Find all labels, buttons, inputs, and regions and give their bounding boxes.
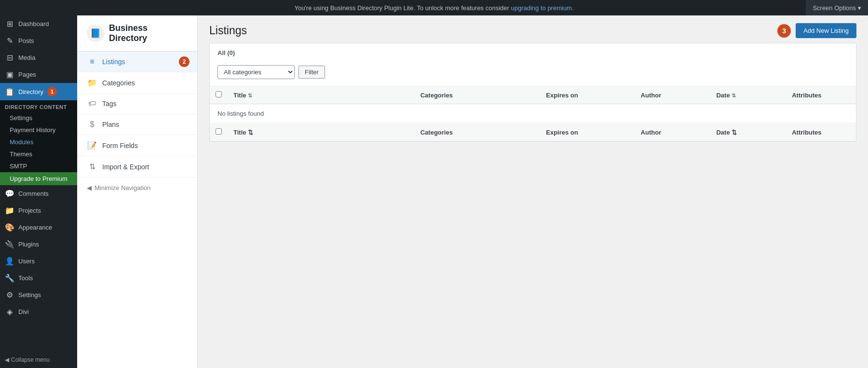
submenu-item-modules[interactable]: Modules (0, 136, 77, 148)
no-listings-row: No listings found (210, 104, 856, 123)
footer-title-cell[interactable]: Title ⇅ (228, 123, 415, 141)
expires-header-label: Expires on (546, 92, 578, 99)
sidebar-item-label: Divi (18, 308, 29, 315)
screen-options-label: Screen Options (813, 4, 856, 12)
minimize-navigation[interactable]: ◀ Minimize Navigation (77, 177, 197, 198)
secondary-nav-categories[interactable]: 📁 Categories (77, 72, 197, 94)
submenu-item-payment-history[interactable]: Payment History (0, 124, 77, 136)
collapse-icon: ◀ (5, 356, 9, 363)
directory-badge: 1 (47, 87, 57, 96)
admin-bar: You're using Business Directory Plugin L… (0, 0, 868, 15)
secondary-nav-label: Tags (102, 100, 117, 108)
sidebar-item-settings[interactable]: ⚙ Settings (0, 286, 77, 303)
filter-tabs-row: All (0) (210, 43, 856, 58)
import-export-nav-icon: ⇅ (87, 162, 97, 171)
filter-tab-all[interactable]: All (0) (217, 47, 235, 58)
sidebar-item-plugins[interactable]: 🔌 Plugins (0, 236, 77, 253)
footer-categories-cell: Categories (415, 123, 541, 141)
sidebar-item-label: Appearance (18, 224, 52, 231)
attributes-header-label: Attributes (792, 92, 821, 99)
title-sort-icon: ⇅ (248, 93, 252, 98)
title-header-label: Title (233, 92, 246, 99)
category-select[interactable]: All categories (217, 65, 295, 79)
footer-date-cell[interactable]: Date ⇅ (710, 123, 786, 141)
secondary-nav-listings[interactable]: ≡ Listings 2 (77, 52, 197, 72)
add-new-label: Add New Listing (803, 27, 849, 34)
screen-options-button[interactable]: Screen Options ▾ (806, 0, 868, 15)
listings-nav-icon: ≡ (87, 57, 97, 66)
listings-nav-badge: 2 (179, 56, 190, 67)
table-footer-row: Title ⇅ Categories Expires on Author Dat… (210, 123, 856, 141)
sidebar-item-pages[interactable]: ▣ Pages (0, 66, 77, 83)
posts-icon: ✎ (5, 36, 14, 45)
col-date-header[interactable]: Date ⇅ (710, 86, 786, 104)
sidebar-item-posts[interactable]: ✎ Posts (0, 32, 77, 49)
col-categories-header: Categories (415, 86, 541, 104)
secondary-nav-label: Listings (102, 58, 125, 66)
footer-title-label: Title (233, 129, 246, 136)
minimize-icon: ◀ (87, 184, 92, 191)
secondary-nav-import-export[interactable]: ⇅ Import & Export (77, 156, 197, 177)
sidebar-item-appearance[interactable]: 🎨 Appearance (0, 219, 77, 236)
sidebar-item-label: Posts (18, 37, 34, 44)
sidebar-item-comments[interactable]: 💬 Comments (0, 185, 77, 202)
footer-date-sort-icon: ⇅ (732, 129, 737, 136)
submenu-item-upgrade[interactable]: Upgrade to Premium (0, 172, 77, 185)
author-header-label: Author (641, 92, 662, 99)
upgrade-link[interactable]: upgrading to premium. (511, 4, 573, 12)
sidebar-item-dashboard[interactable]: ⊞ Dashboard (0, 15, 77, 32)
listings-table: Title ⇅ Categories Expires on Author (210, 86, 856, 141)
step-badge-3: 3 (777, 24, 791, 38)
collapse-menu[interactable]: ◀ Collapse menu (0, 352, 77, 368)
logo-icon: 📘 (90, 28, 101, 39)
filter-bar: All categories Filter (210, 58, 856, 86)
select-all-checkbox[interactable] (216, 91, 222, 97)
secondary-nav-label: Categories (102, 79, 135, 87)
sidebar-item-media[interactable]: ⊟ Media (0, 49, 77, 66)
submenu-item-smtp[interactable]: SMTP (0, 160, 77, 172)
plugin-logo: 📘 (87, 25, 104, 42)
main-content: Listings 3 Add New Listing All (0) All c… (198, 15, 868, 368)
filter-button[interactable]: Filter (298, 66, 325, 79)
secondary-nav-plans[interactable]: $ Plans (77, 114, 197, 135)
secondary-nav-form-fields[interactable]: 📝 Form Fields (77, 135, 197, 156)
table-header-row: Title ⇅ Categories Expires on Author (210, 86, 856, 104)
plans-nav-icon: $ (87, 120, 97, 129)
sidebar-item-tools[interactable]: 🔧 Tools (0, 270, 77, 286)
categories-nav-icon: 📁 (87, 78, 97, 87)
tags-nav-icon: 🏷 (87, 99, 97, 108)
footer-title-sort-icon: ⇅ (248, 129, 253, 136)
footer-expires-cell: Expires on (540, 123, 635, 141)
secondary-nav-tags[interactable]: 🏷 Tags (77, 94, 197, 114)
chevron-down-icon: ▾ (858, 4, 861, 12)
page-title: Listings (209, 24, 247, 37)
col-checkbox-header (210, 86, 228, 104)
collapse-label: Collapse menu (11, 356, 50, 363)
col-title-header[interactable]: Title ⇅ (228, 86, 415, 104)
sidebar-item-label: Users (18, 258, 35, 265)
submenu-item-themes[interactable]: Themes (0, 148, 77, 160)
directory-submenu: Directory Content Settings Payment Histo… (0, 100, 77, 185)
add-new-listing-button[interactable]: Add New Listing (796, 23, 856, 38)
secondary-nav-label: Form Fields (102, 142, 138, 150)
footer-attributes-cell: Attributes (786, 123, 856, 141)
sidebar-item-label: Dashboard (18, 20, 49, 27)
secondary-sidebar: 📘 Business Directory ≡ Listings 2 📁 Cate… (77, 15, 198, 368)
sidebar-item-label: Plugins (18, 241, 39, 248)
sidebar-item-divi[interactable]: ◈ Divi (0, 303, 77, 320)
directory-icon: 📋 (5, 87, 14, 96)
plugins-icon: 🔌 (5, 240, 14, 249)
sidebar-item-label: Comments (18, 190, 49, 197)
submenu-item-settings[interactable]: Settings (0, 112, 77, 124)
settings-icon: ⚙ (5, 290, 14, 300)
plugin-title: Business Directory (109, 23, 188, 43)
footer-date-label: Date (716, 129, 730, 136)
footer-author-cell: Author (635, 123, 711, 141)
sidebar-item-users[interactable]: 👤 Users (0, 253, 77, 270)
select-all-checkbox-bottom[interactable] (216, 128, 222, 135)
sidebar-item-directory[interactable]: 📋 Directory 1 (0, 83, 77, 100)
appearance-icon: 🎨 (5, 223, 14, 232)
admin-notice: You're using Business Directory Plugin L… (294, 4, 573, 12)
sidebar-item-projects[interactable]: 📁 Projects (0, 202, 77, 219)
projects-icon: 📁 (5, 206, 14, 215)
